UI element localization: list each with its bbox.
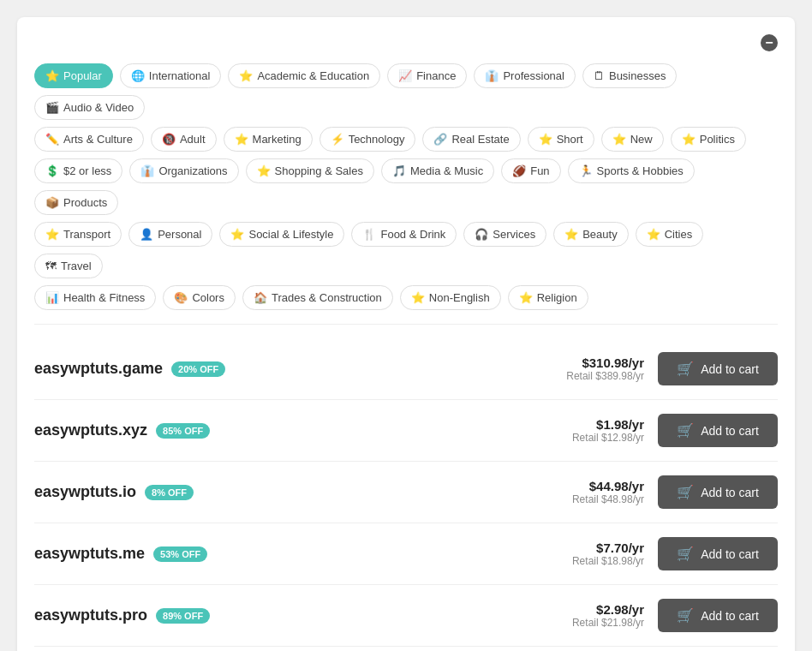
tag-label-non-english: Non-English (429, 291, 490, 304)
non-english-icon: ⭐ (411, 291, 425, 304)
cart-icon-3: 🛒 (677, 546, 694, 562)
domain-name-2: easywptuts.io (34, 483, 136, 501)
colors-icon: 🎨 (174, 291, 188, 304)
filter-tags-container: ⭐Popular🌐International⭐Academic & Educat… (34, 63, 778, 310)
tag-label-finance: Finance (416, 69, 456, 82)
add-to-cart-button-3[interactable]: 🛒Add to cart (658, 537, 778, 570)
tag-label-personal: Personal (158, 228, 201, 241)
explore-less-button[interactable]: − (755, 34, 778, 51)
add-to-cart-label-2: Add to cart (701, 486, 759, 499)
domain-row: easywptuts.pro89% OFF$2.98/yrRetail $21.… (34, 585, 778, 647)
tag-label-new: New (630, 133, 653, 146)
add-to-cart-button-1[interactable]: 🛒Add to cart (658, 414, 778, 447)
filter-tag-popular[interactable]: ⭐Popular (34, 63, 113, 88)
domain-left-0: easywptuts.game20% OFF (34, 360, 225, 378)
filter-tag-short[interactable]: ⭐Short (528, 127, 594, 152)
transport-icon: ⭐ (45, 228, 59, 241)
domain-right-4: $2.98/yrRetail $21.98/yr🛒Add to cart (572, 599, 778, 632)
domain-left-1: easywptuts.xyz85% OFF (34, 421, 210, 439)
price-retail-3: Retail $18.98/yr (572, 555, 644, 567)
filter-tag-technology[interactable]: ⚡Technology (319, 127, 416, 152)
domain-name-1: easywptuts.xyz (34, 421, 147, 439)
filter-tag-shopping[interactable]: ⭐Shopping & Sales (246, 158, 374, 183)
filter-tag-audio-video[interactable]: 🎬Audio & Video (34, 95, 145, 120)
filter-tag-professional[interactable]: 👔Professional (474, 63, 576, 88)
tag-label-businesses: Businesses (609, 69, 666, 82)
tag-label-social: Social & Lifestyle (248, 228, 333, 241)
domain-right-3: $7.70/yrRetail $18.98/yr🛒Add to cart (572, 537, 778, 570)
tag-label-dollar2: $2 or less (63, 164, 111, 177)
dollar2-icon: 💲 (45, 164, 59, 177)
add-to-cart-button-4[interactable]: 🛒Add to cart (658, 599, 778, 632)
filter-tag-arts[interactable]: ✏️Arts & Culture (34, 127, 144, 152)
filter-tag-social[interactable]: ⭐Social & Lifestyle (219, 222, 344, 247)
add-to-cart-button-0[interactable]: 🛒Add to cart (658, 352, 778, 385)
domain-name-0: easywptuts.game (34, 360, 163, 378)
social-icon: ⭐ (230, 228, 244, 241)
filter-tag-religion[interactable]: ⭐Religion (508, 285, 588, 310)
finance-icon: 📈 (398, 69, 412, 82)
filter-tag-real-estate[interactable]: 🔗Real Estate (422, 127, 520, 152)
marketing-icon: ⭐ (235, 133, 248, 146)
arts-icon: ✏️ (45, 133, 59, 146)
adult-icon: 🔞 (162, 133, 176, 146)
filter-tag-trades[interactable]: 🏠Trades & Construction (242, 285, 393, 310)
filter-tag-travel[interactable]: 🗺Travel (34, 254, 103, 278)
domain-left-4: easywptuts.pro89% OFF (34, 606, 210, 624)
tag-label-beauty: Beauty (582, 228, 617, 241)
filter-tag-academic[interactable]: ⭐Academic & Education (228, 63, 380, 88)
cart-icon-0: 🛒 (677, 361, 694, 377)
filter-tag-cities[interactable]: ⭐Cities (636, 222, 704, 247)
domain-right-1: $1.98/yrRetail $12.98/yr🛒Add to cart (572, 414, 778, 447)
explore-less-icon: − (761, 34, 778, 51)
price-main-4: $2.98/yr (572, 602, 644, 617)
domain-badge-3: 53% OFF (153, 546, 207, 562)
tag-label-travel: Travel (61, 260, 92, 272)
filter-tag-services[interactable]: 🎧Services (463, 222, 546, 247)
international-icon: 🌐 (131, 69, 145, 82)
add-to-cart-label-4: Add to cart (701, 609, 759, 623)
filter-tag-sports[interactable]: 🏃Sports & Hobbies (568, 158, 695, 183)
filter-tag-marketing[interactable]: ⭐Marketing (224, 127, 313, 152)
filter-tag-products[interactable]: 📦Products (34, 190, 118, 215)
filter-tag-adult[interactable]: 🔞Adult (151, 127, 217, 152)
domain-right-0: $310.98/yrRetail $389.98/yr🛒Add to cart (566, 352, 778, 385)
domain-badge-4: 89% OFF (156, 608, 210, 624)
domain-name-4: easywptuts.pro (34, 606, 147, 624)
filter-tag-food[interactable]: 🍴Food & Drink (351, 222, 457, 247)
price-main-2: $44.98/yr (572, 479, 644, 493)
add-to-cart-button-2[interactable]: 🛒Add to cart (658, 475, 778, 509)
filter-tag-colors[interactable]: 🎨Colors (163, 285, 236, 310)
politics-icon: ⭐ (682, 133, 696, 146)
filter-tag-fun[interactable]: 🏈Fun (501, 158, 560, 183)
price-block-4: $2.98/yrRetail $21.98/yr (572, 602, 644, 629)
filter-tag-new[interactable]: ⭐New (601, 127, 664, 152)
filter-tag-health[interactable]: 📊Health & Fitness (34, 285, 156, 310)
price-block-1: $1.98/yrRetail $12.98/yr (572, 417, 644, 444)
domain-row: easywptuts.game20% OFF$310.98/yrRetail $… (34, 338, 778, 400)
filter-tag-non-english[interactable]: ⭐Non-English (400, 285, 501, 310)
filter-tag-businesses[interactable]: 🗒Businesses (582, 63, 677, 88)
filter-tag-personal[interactable]: 👤Personal (128, 222, 212, 247)
filter-tag-organizations[interactable]: 👔Organizations (129, 158, 238, 183)
domain-row: easywptuts.io8% OFF$44.98/yrRetail $48.9… (34, 462, 778, 523)
price-retail-2: Retail $48.98/yr (572, 493, 644, 505)
filter-tag-finance[interactable]: 📈Finance (387, 63, 467, 88)
add-to-cart-label-1: Add to cart (701, 424, 759, 438)
tag-label-real-estate: Real Estate (451, 133, 509, 146)
tag-label-short: Short (557, 133, 583, 146)
filter-tag-politics[interactable]: ⭐Politics (671, 127, 746, 152)
filter-tag-international[interactable]: 🌐International (120, 63, 222, 88)
filter-tag-media[interactable]: 🎵Media & Music (381, 158, 494, 183)
domain-right-2: $44.98/yrRetail $48.98/yr🛒Add to cart (572, 475, 778, 509)
real-estate-icon: 🔗 (433, 133, 447, 146)
short-icon: ⭐ (539, 133, 552, 146)
filter-tag-beauty[interactable]: ⭐Beauty (553, 222, 628, 247)
technology-icon: ⚡ (331, 133, 344, 146)
price-block-3: $7.70/yrRetail $18.98/yr (572, 541, 644, 567)
filter-tag-transport[interactable]: ⭐Transport (34, 222, 122, 247)
products-icon: 📦 (45, 196, 59, 209)
domain-list: easywptuts.game20% OFF$310.98/yrRetail $… (34, 338, 778, 651)
domain-left-3: easywptuts.me53% OFF (34, 545, 207, 563)
filter-tag-dollar2[interactable]: 💲$2 or less (34, 158, 122, 183)
